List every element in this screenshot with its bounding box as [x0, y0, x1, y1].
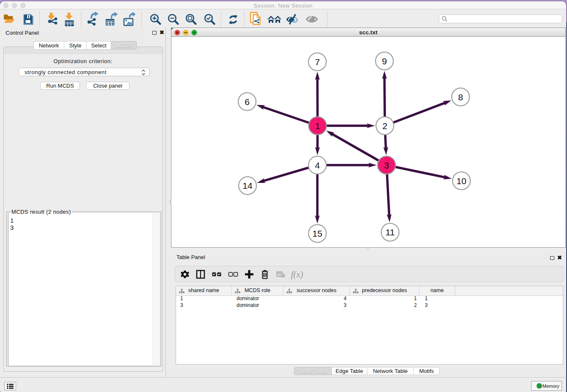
- svg-text:8: 8: [458, 92, 463, 102]
- svg-text:f(x): f(x): [291, 269, 303, 279]
- svg-text:14: 14: [242, 181, 253, 190]
- svg-text:4: 4: [315, 160, 320, 170]
- svg-text:2: 2: [383, 121, 388, 131]
- svg-text:15: 15: [312, 229, 322, 238]
- svg-text:10: 10: [457, 176, 466, 186]
- svg-text:11: 11: [385, 227, 395, 237]
- svg-text:9: 9: [382, 56, 387, 66]
- svg-text:7: 7: [315, 57, 320, 67]
- svg-text:1: 1: [315, 121, 320, 131]
- svg-text:3: 3: [384, 160, 389, 170]
- svg-text:6: 6: [245, 97, 250, 107]
